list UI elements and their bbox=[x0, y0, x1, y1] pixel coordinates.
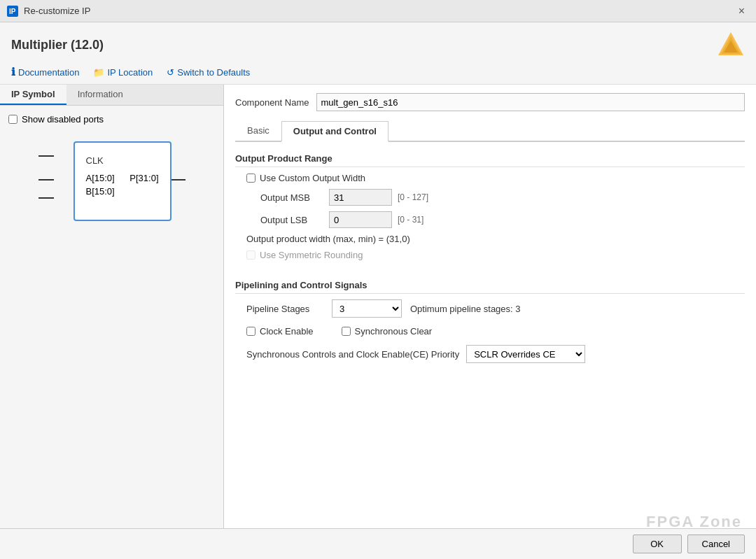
custom-output-width-checkbox[interactable] bbox=[246, 174, 255, 183]
xilinx-logo bbox=[717, 31, 745, 59]
left-tabs: IP Symbol Information bbox=[0, 85, 223, 106]
b-port-row: B[15:0] bbox=[86, 186, 159, 197]
symmetric-rounding-row: Use Symmetric Rounding bbox=[246, 250, 745, 260]
output-lsb-row: Output LSB [0 - 31] bbox=[246, 211, 745, 228]
refresh-icon: ↺ bbox=[167, 67, 174, 78]
title-bar: IP Re-customize IP × bbox=[0, 0, 756, 22]
component-name-input[interactable] bbox=[316, 93, 746, 111]
pipelining-title: Pipelining and Control Signals bbox=[235, 280, 745, 294]
documentation-link[interactable]: ℹ Documentation bbox=[11, 66, 79, 78]
output-product-width-text: Output product width (max, min) = (31,0) bbox=[246, 234, 745, 244]
app-title-row: Multiplier (12.0) bbox=[11, 31, 745, 59]
pipeline-stages-select[interactable]: 3 0 1 2 4 5 6 bbox=[332, 299, 402, 318]
app-title-text: Multiplier (12.0) bbox=[11, 38, 104, 52]
left-panel: IP Symbol Information Show disabled port… bbox=[0, 85, 224, 528]
clock-enable-row: Clock Enable bbox=[246, 326, 314, 337]
component-name-label: Component Name bbox=[235, 97, 309, 108]
show-disabled-row: Show disabled ports bbox=[8, 114, 215, 125]
priority-row: Synchronous Controls and Clock Enable(CE… bbox=[246, 345, 745, 363]
output-msb-range: [0 - 127] bbox=[398, 192, 428, 202]
switch-to-defaults-link[interactable]: ↺ Switch to Defaults bbox=[167, 67, 250, 78]
b-wire-left bbox=[38, 197, 54, 199]
synchronous-clear-label: Synchronous Clear bbox=[355, 326, 433, 337]
content-area: IP Symbol Information Show disabled port… bbox=[0, 85, 756, 528]
output-lsb-range: [0 - 31] bbox=[398, 215, 424, 225]
close-button[interactable]: × bbox=[734, 3, 749, 19]
tab-basic[interactable]: Basic bbox=[235, 120, 281, 141]
output-msb-row: Output MSB [0 - 127] bbox=[246, 189, 745, 206]
priority-select[interactable]: SCLR Overrides CE CE Overrides SCLR bbox=[466, 345, 585, 363]
output-product-range-content: Use Custom Output Width Output MSB [0 - … bbox=[235, 173, 745, 260]
info-icon: ℹ bbox=[11, 66, 15, 78]
output-lsb-input[interactable] bbox=[329, 211, 392, 228]
cancel-button[interactable]: Cancel bbox=[687, 535, 745, 553]
optimum-pipeline-label: Optimum pipeline stages: 3 bbox=[410, 304, 521, 314]
pipelining-section: Pipelining and Control Signals Pipeline … bbox=[235, 280, 745, 369]
ok-button[interactable]: OK bbox=[633, 535, 682, 553]
port-b-label: B[15:0] bbox=[86, 186, 115, 197]
tab-output-control[interactable]: Output and Control bbox=[281, 121, 388, 142]
app-icon: IP bbox=[7, 6, 18, 17]
output-product-range-title: Output Product Range bbox=[235, 153, 745, 167]
pipeline-stages-label: Pipeline Stages bbox=[246, 304, 323, 314]
output-lsb-label: Output LSB bbox=[260, 215, 323, 225]
show-disabled-ports-checkbox[interactable] bbox=[8, 115, 18, 124]
clk-signal: CLK bbox=[86, 155, 159, 166]
right-tabs: Basic Output and Control bbox=[235, 120, 745, 142]
left-panel-content: Show disabled ports CLK bbox=[0, 106, 223, 528]
symmetric-rounding-label: Use Symmetric Rounding bbox=[260, 250, 363, 260]
clock-enable-label: Clock Enable bbox=[260, 326, 314, 337]
output-msb-input[interactable] bbox=[329, 189, 392, 206]
port-a-label: A[15:0] bbox=[86, 173, 115, 183]
custom-output-width-label: Use Custom Output Width bbox=[260, 173, 365, 183]
main-window: Multiplier (12.0) ℹ Documentation 📁 IP L… bbox=[0, 22, 756, 559]
output-msb-label: Output MSB bbox=[260, 192, 323, 203]
tab-ip-symbol[interactable]: IP Symbol bbox=[0, 85, 66, 105]
component-name-row: Component Name bbox=[235, 93, 745, 111]
show-disabled-ports-label: Show disabled ports bbox=[22, 114, 104, 125]
a-wire-left bbox=[38, 179, 54, 181]
pipelining-content: Pipeline Stages 3 0 1 2 4 5 6 Optimum pi… bbox=[235, 299, 745, 363]
title-bar-left: IP Re-customize IP bbox=[7, 6, 90, 17]
priority-label: Synchronous Controls and Clock Enable(CE… bbox=[246, 349, 459, 360]
component-box: CLK A[15:0] P[31:0] B[15:0] bbox=[74, 141, 172, 221]
synchronous-clear-checkbox[interactable] bbox=[342, 327, 351, 336]
tab-information[interactable]: Information bbox=[66, 85, 134, 105]
clock-enable-checkbox[interactable] bbox=[246, 327, 255, 336]
synchronous-clear-row: Synchronous Clear bbox=[342, 326, 433, 337]
ip-location-link[interactable]: 📁 IP Location bbox=[93, 67, 153, 78]
right-panel: Component Name Basic Output and Control … bbox=[224, 85, 756, 528]
custom-output-width-row: Use Custom Output Width bbox=[246, 173, 745, 183]
svg-text:IP: IP bbox=[9, 8, 16, 15]
p-wire-right bbox=[170, 179, 186, 181]
port-p-label: P[31:0] bbox=[130, 173, 158, 183]
folder-icon: 📁 bbox=[93, 67, 104, 78]
symmetric-rounding-checkbox[interactable] bbox=[246, 250, 255, 260]
ce-sclr-row: Clock Enable Synchronous Clear bbox=[246, 326, 745, 337]
clk-wire bbox=[38, 155, 54, 157]
toolbar: ℹ Documentation 📁 IP Location ↺ Switch t… bbox=[11, 66, 745, 78]
pipeline-stages-row: Pipeline Stages 3 0 1 2 4 5 6 Optimum pi… bbox=[246, 299, 745, 318]
diagram-area: CLK A[15:0] P[31:0] B[15:0] bbox=[8, 136, 215, 227]
bottom-bar: FPGA Zone OK Cancel bbox=[0, 528, 756, 559]
title-bar-text: Re-customize IP bbox=[24, 6, 90, 16]
header-area: Multiplier (12.0) ℹ Documentation 📁 IP L… bbox=[0, 22, 756, 85]
output-product-range-section: Output Product Range Use Custom Output W… bbox=[235, 153, 745, 266]
ab-port-row: A[15:0] P[31:0] bbox=[86, 173, 159, 183]
